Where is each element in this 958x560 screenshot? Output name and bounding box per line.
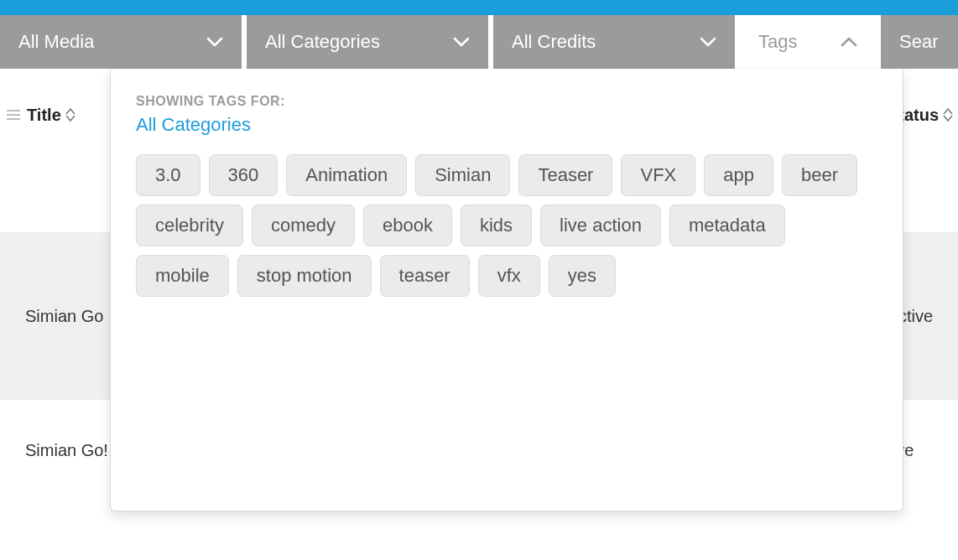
tag-pill[interactable]: Teaser — [518, 154, 612, 196]
tag-pill[interactable]: metadata — [669, 205, 785, 246]
tags-filter-category[interactable]: All Categories — [136, 114, 877, 136]
tag-pill[interactable]: ebook — [363, 205, 452, 246]
filter-label: All Credits — [512, 31, 596, 53]
filter-all-media[interactable]: All Media — [0, 15, 242, 69]
chevron-down-icon — [700, 37, 716, 47]
tags-dropdown-panel: SHOWING TAGS FOR: All Categories 3.0360A… — [110, 69, 903, 511]
tag-pill[interactable]: mobile — [136, 255, 229, 297]
tag-pill[interactable]: yes — [549, 255, 616, 297]
filter-label: All Categories — [265, 31, 380, 53]
tag-pill[interactable]: kids — [461, 205, 532, 246]
column-label: Title — [27, 106, 61, 125]
tag-pill[interactable]: beer — [782, 154, 857, 196]
tag-pill[interactable]: vfx — [478, 255, 540, 297]
filter-all-credits[interactable]: All Credits — [493, 15, 735, 69]
filter-bar: All Media All Categories All Credits Tag… — [0, 15, 958, 69]
chevron-up-icon — [841, 37, 857, 47]
filter-search[interactable]: Sear — [881, 15, 958, 69]
filter-label: All Media — [18, 31, 94, 53]
tag-pill[interactable]: 3.0 — [136, 154, 200, 196]
cell-status: ctive — [898, 307, 933, 326]
sort-icon — [65, 108, 75, 122]
tag-pill[interactable]: VFX — [621, 154, 695, 196]
filter-tags[interactable]: Tags — [740, 15, 876, 69]
drag-handle-icon — [7, 110, 20, 120]
tag-pill[interactable]: comedy — [252, 205, 355, 246]
tag-pill[interactable]: Animation — [286, 154, 407, 196]
tag-pill[interactable]: live action — [540, 205, 661, 246]
tag-pill[interactable]: celebrity — [136, 205, 243, 246]
filter-label: Sear — [899, 31, 938, 53]
tag-pill[interactable]: Simian — [415, 154, 510, 196]
tag-pill[interactable]: teaser — [380, 255, 470, 297]
tag-pill[interactable]: app — [704, 154, 773, 196]
top-bar — [0, 0, 958, 15]
tags-heading: SHOWING TAGS FOR: — [136, 94, 877, 109]
tag-pill[interactable]: stop motion — [237, 255, 372, 297]
chevron-down-icon — [206, 37, 223, 47]
sort-icon — [943, 108, 953, 122]
tag-pill[interactable]: 360 — [209, 154, 279, 196]
filter-label: Tags — [758, 31, 797, 53]
chevron-down-icon — [453, 37, 470, 47]
filter-all-categories[interactable]: All Categories — [247, 15, 488, 69]
tags-list: 3.0360AnimationSimianTeaserVFXappbeercel… — [136, 154, 877, 297]
